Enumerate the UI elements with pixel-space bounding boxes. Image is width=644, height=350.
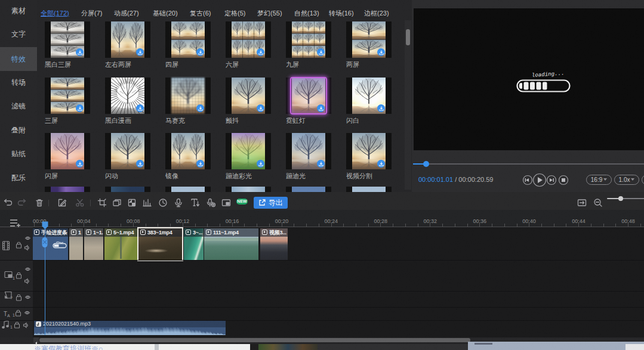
svg-text:?: ? (10, 296, 13, 300)
svg-text:1: 1 (13, 313, 15, 317)
svg-text:loading...: loading... (531, 70, 565, 79)
svg-text:A: A (7, 314, 10, 318)
svg-text:1: 1 (13, 276, 15, 280)
svg-text:1: 1 (10, 325, 13, 329)
